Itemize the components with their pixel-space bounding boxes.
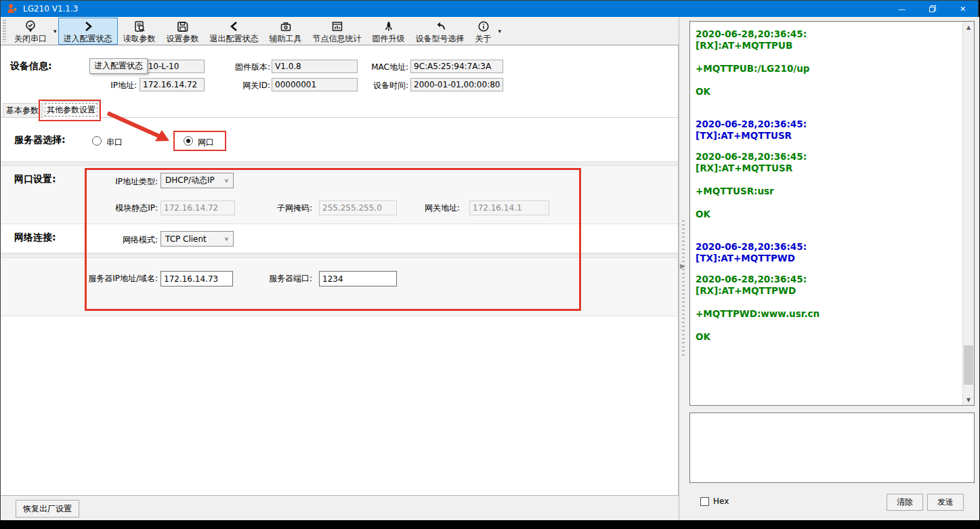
toolbar-node-stats-button[interactable]: 节点信息统计 [307,18,367,45]
tab-basic-params[interactable]: 基本参数 [3,103,42,117]
title-bar: LG210 V1.1.3 — ✕ [1,1,978,17]
toolbar-item-label: 进入配置状态 [64,33,112,44]
stats-icon [331,20,344,33]
hex-checkbox[interactable] [700,497,709,506]
toolbar-about-button[interactable]: 关于 [470,18,497,45]
firmware-field[interactable] [272,60,358,73]
hex-label: Hex [713,496,729,506]
toolbar-item-label: 节点信息统计 [313,33,362,44]
log-entry: 2020-06-28,20:36:45: [RX]:AT+MQTTUSR +MQ… [696,151,957,220]
radio-net[interactable] [184,136,193,146]
send-input[interactable] [689,412,975,483]
tab-focus-rect [45,103,98,117]
device-info-title: 设备信息: [10,60,52,72]
rocket-icon [382,20,396,33]
toolbar-item-label: 设置参数 [167,33,199,44]
gateway-addr-label: 网关地址: [402,203,460,214]
log-entry: 2020-06-28,20:36:45: [TX]:AT+MQTTUSR [696,119,957,142]
toolbar-exit-config-button[interactable]: 退出配置状态 [205,18,264,45]
info-icon [477,20,490,33]
subnet-mask-label: 子网掩码: [251,203,312,214]
ip-type-label: IP地址类型: [90,176,158,188]
net-settings-label: 网口设置: [14,173,56,186]
footer-bar: 恢复出厂设置 [1,495,679,520]
send-button[interactable]: 发送 [927,494,964,511]
read-params-icon [133,20,146,33]
minimize-icon: — [898,5,906,14]
chevron-down-icon: ∨ [224,177,229,184]
device-time-label: 设备时间: [360,80,408,91]
server-address-section [1,258,678,316]
log-body: 2020-06-28,20:36:45: [RX]:AT+MQTTPUB +MQ… [690,22,962,405]
toolbar-device-model-button[interactable]: 设备型号选择 [410,18,470,45]
subnet-mask-field[interactable] [319,200,397,215]
ip-type-dropdown[interactable]: DHCP/动态IP ∨ [161,173,234,188]
mac-label: MAC地址: [360,62,408,73]
scroll-up-icon[interactable]: ▲ [963,22,974,33]
factory-reset-button[interactable]: 恢复出厂设置 [16,500,79,517]
dropdown-caret-icon[interactable]: ▾ [498,28,502,35]
toolbar-read-params-button[interactable]: 读取参数 [118,18,161,45]
hex-option: Hex [700,496,729,506]
clear-button-label: 清除 [897,496,913,508]
restore-icon [929,5,936,12]
restore-button[interactable] [917,1,947,17]
server-ip-field[interactable] [161,271,233,287]
gateway-id-field[interactable] [272,78,358,91]
undo-arrow-icon [433,20,447,33]
product-field[interactable] [140,60,205,73]
mac-field[interactable] [410,60,503,73]
toolbar: 关闭串口 ▾ 进入配置状态 读取参数 [1,17,679,45]
toolbar-aux-tools-button[interactable]: 辅助工具 [264,18,307,45]
toolbar-item-label: 固件升级 [372,33,405,44]
chevron-down-icon: ∨ [224,236,229,242]
net-mode-value: TCP Client [165,234,207,244]
toolbar-enter-config-button[interactable]: 进入配置状态 [58,18,118,45]
log-entry: 2020-06-28,20:36:45: [RX]:AT+MQTTPUB +MQ… [696,28,957,98]
server-port-field[interactable] [319,271,397,287]
radio-serial[interactable] [92,136,102,146]
chevron-right-icon [81,20,95,33]
minimize-button[interactable]: — [887,1,917,17]
net-connection-label: 网络连接: [14,232,56,244]
close-button[interactable]: ✕ [947,1,978,17]
static-ip-field[interactable] [161,200,235,215]
radio-net-label: 网口 [198,137,214,148]
server-port-label: 服务器端口: [251,273,312,284]
ip-field[interactable] [140,78,205,91]
dropdown-caret-icon[interactable]: ▾ [54,28,57,35]
log-scrollbar[interactable]: ▲ ▼ [962,22,974,405]
window-title: LG210 V1.1.3 [23,4,78,14]
splitter-collapse-icon[interactable]: ▶ [680,262,685,270]
clear-button[interactable]: 清除 [887,494,923,511]
net-mode-label: 网络模式: [90,234,158,246]
scroll-down-icon[interactable]: ▼ [963,394,974,405]
toolbar-set-params-button[interactable]: 设置参数 [161,18,205,45]
toolbar-item-label: 读取参数 [123,33,156,44]
left-panel: 关闭串口 ▾ 进入配置状态 读取参数 [1,17,679,520]
toolbar-close-serial-button[interactable]: 关闭串口 [9,18,52,45]
net-mode-dropdown[interactable]: TCP Client ∨ [161,231,234,247]
toolbar-firmware-upgrade-button[interactable]: 固件升级 [367,18,410,45]
pin-check-icon [24,20,37,33]
panel-splitter[interactable]: ▶ [679,17,687,520]
gateway-addr-field[interactable] [469,200,549,215]
log-output[interactable]: 2020-06-28,20:36:45: [RX]:AT+MQTTPUB +MQ… [689,21,975,406]
toolbar-item-label: 设备型号选择 [416,33,465,44]
enter-config-tooltip: 进入配置状态 [89,58,148,74]
factory-reset-label: 恢复出厂设置 [23,503,72,515]
toolbar-grip[interactable] [3,20,6,42]
server-select-label: 服务器选择: [14,134,66,146]
firmware-label: 固件版本: [224,62,270,73]
main-panel: 设备信息: 产品型号: 固件版本: MAC地址: IP地址: 网关ID: 设备时… [1,45,679,495]
screen: LG210 V1.1.3 — ✕ 关闭串口 ▾ [0,0,980,529]
section-gap [1,161,678,166]
scrollbar-thumb[interactable] [964,345,973,385]
save-icon [176,20,190,33]
device-time-field[interactable] [410,78,503,91]
close-icon: ✕ [960,5,966,14]
server-ip-label: 服务器IP地址/域名: [66,273,158,284]
app-window: LG210 V1.1.3 — ✕ 关闭串口 ▾ [0,0,979,520]
ip-label: IP地址: [55,80,137,91]
tab-other-params[interactable]: 其他参数设置 [43,101,100,118]
